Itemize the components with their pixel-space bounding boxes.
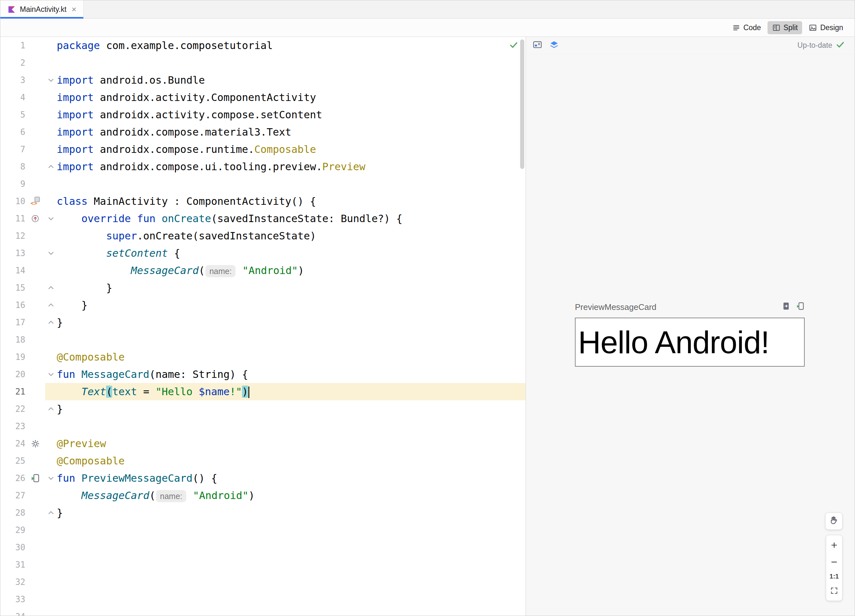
- code-line: 33: [0, 591, 526, 608]
- design-mode-button[interactable]: Design: [804, 21, 847, 34]
- fold-up-icon[interactable]: [45, 158, 57, 175]
- fold-down-icon[interactable]: [45, 366, 57, 383]
- ui-check-icon[interactable]: [532, 40, 542, 51]
- split-mode-button[interactable]: Split: [768, 21, 803, 34]
- code-text[interactable]: import android.os.Bundle: [57, 72, 526, 89]
- code-text[interactable]: @Preview: [57, 435, 526, 452]
- code-text[interactable]: }: [57, 400, 526, 418]
- code-text[interactable]: import androidx.activity.compose.setCont…: [57, 106, 526, 123]
- fold-up-icon[interactable]: [45, 296, 57, 314]
- line-number: 28: [0, 504, 25, 521]
- fold-space: [45, 175, 57, 193]
- code-text[interactable]: package com.example.composetutorial: [57, 37, 526, 54]
- code-text[interactable]: [57, 521, 526, 539]
- code-text[interactable]: class MainActivity : ComponentActivity()…: [57, 193, 526, 210]
- fold-up-icon[interactable]: [45, 400, 57, 418]
- line-number: 3: [0, 72, 25, 89]
- code-text[interactable]: MessageCard(name: "Android"): [57, 487, 526, 504]
- editor-scrollbar-thumb[interactable]: [520, 40, 524, 169]
- code-text[interactable]: import androidx.compose.material3.Text: [57, 123, 526, 141]
- run-on-device-icon[interactable]: [796, 302, 805, 313]
- code-text[interactable]: super.onCreate(savedInstanceState): [57, 227, 526, 245]
- code-text[interactable]: [57, 591, 526, 608]
- code-line: 32: [0, 573, 526, 591]
- line-number: 9: [0, 175, 25, 193]
- close-icon[interactable]: ×: [72, 5, 76, 14]
- zoom-in-button[interactable]: +: [826, 539, 842, 550]
- code-text[interactable]: [57, 331, 526, 348]
- code-text[interactable]: }: [57, 279, 526, 296]
- ide-window: MainActivity.kt × Code Split Design 1pac…: [0, 0, 855, 616]
- fold-up-icon[interactable]: [45, 504, 57, 521]
- code-text[interactable]: [57, 175, 526, 193]
- code-mode-button[interactable]: Code: [728, 21, 766, 34]
- code-editor[interactable]: 1package com.example.composetutorial23im…: [0, 37, 526, 616]
- fold-space: [45, 539, 57, 556]
- pan-tool-button[interactable]: [825, 512, 843, 530]
- code-text[interactable]: @Composable: [57, 452, 526, 469]
- code-text[interactable]: override fun onCreate(savedInstanceState…: [57, 210, 526, 227]
- line-number: 31: [0, 556, 25, 573]
- fold-space: [45, 193, 57, 210]
- zoom-actual-button[interactable]: 1:1: [826, 573, 842, 579]
- fold-space: [45, 521, 57, 539]
- code-text[interactable]: [57, 556, 526, 573]
- code-text[interactable]: setContent {: [57, 245, 526, 262]
- zoom-fit-button[interactable]: [826, 585, 842, 596]
- code-text[interactable]: @Composable: [57, 348, 526, 366]
- line-number: 15: [0, 279, 25, 296]
- fold-space: [45, 383, 57, 400]
- code-mode-icon: [732, 23, 741, 32]
- code-text[interactable]: [57, 54, 526, 72]
- line-number: 4: [0, 89, 25, 106]
- compose-preview-surface[interactable]: Hello Android!: [575, 318, 805, 367]
- sync-status-label: Up-to-date: [797, 41, 832, 50]
- code-text[interactable]: }: [57, 296, 526, 314]
- line-number: 7: [0, 141, 25, 158]
- line-number: 34: [0, 608, 25, 616]
- fold-down-icon[interactable]: [45, 72, 57, 89]
- gutter-space: [25, 245, 45, 262]
- preview-card-label[interactable]: PreviewMessageCard: [575, 302, 656, 312]
- code-line: 24@Preview: [0, 435, 526, 452]
- zoom-out-button[interactable]: −: [826, 556, 842, 567]
- gutter-space: [25, 296, 45, 314]
- code-text[interactable]: fun MessageCard(name: String) {: [57, 366, 526, 383]
- fold-up-icon[interactable]: [45, 314, 57, 331]
- tab-mainactivity[interactable]: MainActivity.kt ×: [0, 0, 84, 18]
- fold-up-icon[interactable]: [45, 279, 57, 296]
- gutter-space: [25, 556, 45, 573]
- fold-space: [45, 487, 57, 504]
- fold-space: [45, 418, 57, 435]
- code-text[interactable]: [57, 573, 526, 591]
- code-text[interactable]: [57, 418, 526, 435]
- inspection-status-icon[interactable]: [509, 40, 518, 51]
- code-text[interactable]: import androidx.compose.runtime.Composab…: [57, 141, 526, 158]
- code-text[interactable]: [57, 608, 526, 616]
- line-number: 30: [0, 539, 25, 556]
- jump-to-source-icon[interactable]: [781, 302, 791, 313]
- line-number: 10: [0, 193, 25, 210]
- gutter-space: [25, 608, 45, 616]
- fold-down-icon[interactable]: [45, 245, 57, 262]
- code-line: 23: [0, 418, 526, 435]
- fold-down-icon[interactable]: [45, 469, 57, 487]
- code-line: 16 }: [0, 296, 526, 314]
- code-text[interactable]: [57, 539, 526, 556]
- code-line: 9: [0, 175, 526, 193]
- line-number: 29: [0, 521, 25, 539]
- override-icon[interactable]: [25, 210, 45, 227]
- code-text[interactable]: import androidx.compose.ui.tooling.previ…: [57, 158, 526, 175]
- gear-icon[interactable]: [25, 435, 45, 452]
- code-text[interactable]: }: [57, 314, 526, 331]
- code-text[interactable]: fun PreviewMessageCard() {: [57, 469, 526, 487]
- code-text[interactable]: Text(text = "Hello $name!"): [57, 383, 526, 400]
- code-text[interactable]: }: [57, 504, 526, 521]
- code-text[interactable]: import androidx.activity.ComponentActivi…: [57, 89, 526, 106]
- run-preview-icon[interactable]: [25, 469, 45, 487]
- code-text[interactable]: MessageCard(name: "Android"): [57, 262, 526, 279]
- layers-icon[interactable]: [549, 40, 559, 51]
- line-number: 11: [0, 210, 25, 227]
- code-tag-icon[interactable]: <>: [25, 193, 45, 210]
- fold-down-icon[interactable]: [45, 210, 57, 227]
